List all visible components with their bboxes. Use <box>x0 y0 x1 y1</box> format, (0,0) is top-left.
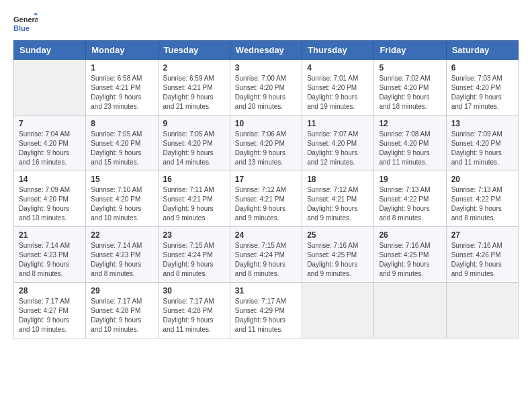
cell-content: Sunrise: 7:02 AMSunset: 4:20 PMDaylight:… <box>379 74 441 111</box>
cell-content: Sunrise: 7:17 AMSunset: 4:27 PMDaylight:… <box>19 297 81 334</box>
cell-content: Sunrise: 7:00 AMSunset: 4:20 PMDaylight:… <box>235 74 297 111</box>
day-number: 30 <box>163 286 225 295</box>
calendar-cell: 2Sunrise: 6:59 AMSunset: 4:21 PMDaylight… <box>158 60 230 116</box>
cell-content: Sunrise: 7:16 AMSunset: 4:25 PMDaylight:… <box>379 241 441 279</box>
calendar-cell: 19Sunrise: 7:13 AMSunset: 4:22 PMDayligh… <box>374 171 446 227</box>
cell-content: Sunrise: 7:17 AMSunset: 4:29 PMDaylight:… <box>235 297 297 334</box>
calendar-cell: 26Sunrise: 7:16 AMSunset: 4:25 PMDayligh… <box>374 227 446 283</box>
cell-content: Sunrise: 7:04 AMSunset: 4:20 PMDaylight:… <box>19 130 81 167</box>
day-number: 20 <box>451 175 513 184</box>
column-header-saturday: Saturday <box>446 41 518 60</box>
column-header-sunday: Sunday <box>14 41 86 60</box>
cell-content: Sunrise: 7:13 AMSunset: 4:22 PMDaylight:… <box>451 185 513 223</box>
calendar-cell: 15Sunrise: 7:10 AMSunset: 4:20 PMDayligh… <box>86 171 158 227</box>
calendar-cell: 13Sunrise: 7:09 AMSunset: 4:20 PMDayligh… <box>446 116 518 171</box>
column-header-friday: Friday <box>374 41 446 60</box>
day-number: 8 <box>91 119 152 128</box>
day-number: 22 <box>91 230 152 240</box>
calendar-cell: 18Sunrise: 7:12 AMSunset: 4:21 PMDayligh… <box>302 171 374 227</box>
calendar-header-row: SundayMondayTuesdayWednesdayThursdayFrid… <box>14 41 519 60</box>
logo: General Blue <box>13 13 38 34</box>
day-number: 13 <box>451 119 513 128</box>
day-number: 28 <box>19 286 81 295</box>
day-number: 5 <box>379 63 441 73</box>
day-number: 4 <box>307 63 369 73</box>
cell-content: Sunrise: 7:12 AMSunset: 4:21 PMDaylight:… <box>307 185 369 223</box>
calendar-cell <box>302 283 374 338</box>
cell-content: Sunrise: 7:16 AMSunset: 4:26 PMDaylight:… <box>451 241 513 279</box>
calendar-week-row: 21Sunrise: 7:14 AMSunset: 4:23 PMDayligh… <box>14 227 519 283</box>
column-header-tuesday: Tuesday <box>158 41 230 60</box>
calendar-cell: 11Sunrise: 7:07 AMSunset: 4:20 PMDayligh… <box>302 116 374 171</box>
calendar-cell: 27Sunrise: 7:16 AMSunset: 4:26 PMDayligh… <box>446 227 518 283</box>
day-number: 6 <box>451 63 513 73</box>
day-number: 12 <box>379 119 441 128</box>
cell-content: Sunrise: 7:13 AMSunset: 4:22 PMDaylight:… <box>379 185 441 223</box>
calendar-cell: 24Sunrise: 7:15 AMSunset: 4:24 PMDayligh… <box>230 227 302 283</box>
cell-content: Sunrise: 7:09 AMSunset: 4:20 PMDaylight:… <box>451 130 513 167</box>
cell-content: Sunrise: 7:11 AMSunset: 4:21 PMDaylight:… <box>163 185 225 223</box>
svg-text:Blue: Blue <box>13 24 30 32</box>
cell-content: Sunrise: 7:15 AMSunset: 4:24 PMDaylight:… <box>163 241 225 279</box>
logo-icon: General Blue <box>13 13 38 34</box>
calendar-cell: 4Sunrise: 7:01 AMSunset: 4:20 PMDaylight… <box>302 60 374 116</box>
calendar-cell: 21Sunrise: 7:14 AMSunset: 4:23 PMDayligh… <box>14 227 86 283</box>
day-number: 29 <box>91 286 152 295</box>
cell-content: Sunrise: 7:03 AMSunset: 4:20 PMDaylight:… <box>451 74 513 111</box>
calendar-cell: 31Sunrise: 7:17 AMSunset: 4:29 PMDayligh… <box>230 283 302 338</box>
cell-content: Sunrise: 7:17 AMSunset: 4:28 PMDaylight:… <box>91 297 152 334</box>
day-number: 19 <box>379 175 441 184</box>
cell-content: Sunrise: 7:12 AMSunset: 4:21 PMDaylight:… <box>235 185 297 223</box>
calendar-cell: 5Sunrise: 7:02 AMSunset: 4:20 PMDaylight… <box>374 60 446 116</box>
day-number: 1 <box>91 63 152 73</box>
cell-content: Sunrise: 7:17 AMSunset: 4:28 PMDaylight:… <box>163 297 225 334</box>
calendar-cell <box>446 283 518 338</box>
calendar-cell: 29Sunrise: 7:17 AMSunset: 4:28 PMDayligh… <box>86 283 158 338</box>
cell-content: Sunrise: 7:08 AMSunset: 4:20 PMDaylight:… <box>379 130 441 167</box>
column-header-monday: Monday <box>86 41 158 60</box>
calendar-cell: 16Sunrise: 7:11 AMSunset: 4:21 PMDayligh… <box>158 171 230 227</box>
cell-content: Sunrise: 6:58 AMSunset: 4:21 PMDaylight:… <box>91 74 152 111</box>
day-number: 10 <box>235 119 297 128</box>
calendar-cell <box>14 60 86 116</box>
calendar-cell: 7Sunrise: 7:04 AMSunset: 4:20 PMDaylight… <box>14 116 86 171</box>
cell-content: Sunrise: 7:15 AMSunset: 4:24 PMDaylight:… <box>235 241 297 279</box>
day-number: 27 <box>451 230 513 240</box>
calendar-week-row: 28Sunrise: 7:17 AMSunset: 4:27 PMDayligh… <box>14 283 519 338</box>
calendar-cell: 9Sunrise: 7:05 AMSunset: 4:20 PMDaylight… <box>158 116 230 171</box>
cell-content: Sunrise: 7:05 AMSunset: 4:20 PMDaylight:… <box>163 130 225 167</box>
cell-content: Sunrise: 7:06 AMSunset: 4:20 PMDaylight:… <box>235 130 297 167</box>
calendar-cell: 30Sunrise: 7:17 AMSunset: 4:28 PMDayligh… <box>158 283 230 338</box>
cell-content: Sunrise: 7:16 AMSunset: 4:25 PMDaylight:… <box>307 241 369 279</box>
calendar-week-row: 14Sunrise: 7:09 AMSunset: 4:20 PMDayligh… <box>14 171 519 227</box>
calendar-cell: 28Sunrise: 7:17 AMSunset: 4:27 PMDayligh… <box>14 283 86 338</box>
calendar-cell: 25Sunrise: 7:16 AMSunset: 4:25 PMDayligh… <box>302 227 374 283</box>
cell-content: Sunrise: 7:10 AMSunset: 4:20 PMDaylight:… <box>91 185 152 223</box>
cell-content: Sunrise: 7:01 AMSunset: 4:20 PMDaylight:… <box>307 74 369 111</box>
calendar-cell: 20Sunrise: 7:13 AMSunset: 4:22 PMDayligh… <box>446 171 518 227</box>
day-number: 2 <box>163 63 225 73</box>
calendar-cell: 6Sunrise: 7:03 AMSunset: 4:20 PMDaylight… <box>446 60 518 116</box>
day-number: 3 <box>235 63 297 73</box>
calendar-cell: 8Sunrise: 7:05 AMSunset: 4:20 PMDaylight… <box>86 116 158 171</box>
day-number: 16 <box>163 175 225 184</box>
day-number: 15 <box>91 175 152 184</box>
cell-content: Sunrise: 7:05 AMSunset: 4:20 PMDaylight:… <box>91 130 152 167</box>
calendar-cell: 22Sunrise: 7:14 AMSunset: 4:23 PMDayligh… <box>86 227 158 283</box>
day-number: 25 <box>307 230 369 240</box>
calendar-table: SundayMondayTuesdayWednesdayThursdayFrid… <box>13 40 519 338</box>
calendar-cell <box>374 283 446 338</box>
calendar-cell: 10Sunrise: 7:06 AMSunset: 4:20 PMDayligh… <box>230 116 302 171</box>
day-number: 18 <box>307 175 369 184</box>
day-number: 31 <box>235 286 297 295</box>
day-number: 9 <box>163 119 225 128</box>
cell-content: Sunrise: 6:59 AMSunset: 4:21 PMDaylight:… <box>163 74 225 111</box>
calendar-week-row: 1Sunrise: 6:58 AMSunset: 4:21 PMDaylight… <box>14 60 519 116</box>
calendar-cell: 3Sunrise: 7:00 AMSunset: 4:20 PMDaylight… <box>230 60 302 116</box>
svg-text:General: General <box>13 15 38 24</box>
column-header-thursday: Thursday <box>302 41 374 60</box>
day-number: 14 <box>19 175 81 184</box>
day-number: 21 <box>19 230 81 240</box>
calendar-cell: 14Sunrise: 7:09 AMSunset: 4:20 PMDayligh… <box>14 171 86 227</box>
calendar-cell: 12Sunrise: 7:08 AMSunset: 4:20 PMDayligh… <box>374 116 446 171</box>
